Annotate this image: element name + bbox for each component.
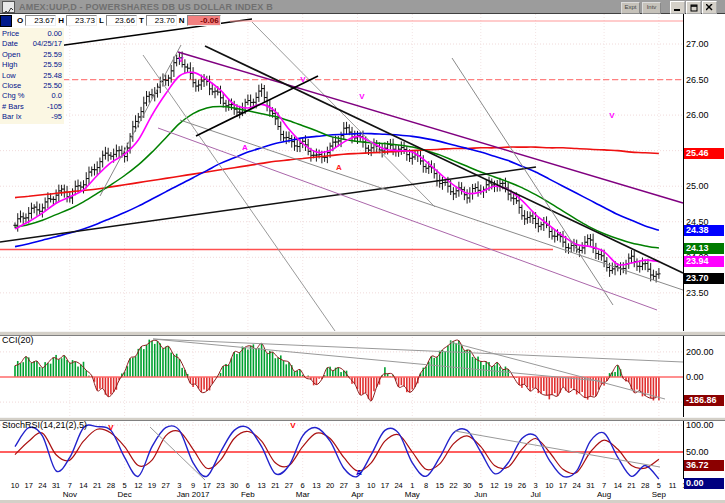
intv-button[interactable]: Intv (642, 2, 661, 14)
expt-button[interactable]: Expt (621, 2, 640, 14)
data-panel-value: 25.59 (43, 60, 62, 70)
axis-badge: 36.72 (684, 460, 724, 471)
axis-badge: 24.13 (684, 243, 724, 254)
data-panel-value: 25.48 (43, 71, 62, 81)
stoch-axis-label: 50.00 (686, 447, 709, 457)
title-bar: AMEX:UUP,D - POWERSHARES DB US DOLLAR IN… (0, 0, 725, 14)
cci-axis-label: 200.00 (686, 347, 714, 357)
panel-separator-2[interactable] (0, 417, 725, 421)
x-axis-month-label: Mar (283, 490, 323, 499)
quote-field-label-L: L (99, 16, 104, 25)
data-panel-label: Low (2, 71, 16, 81)
axis-badge: -186.86 (684, 395, 724, 406)
data-panel-value: 04/25/17 (33, 39, 62, 49)
x-axis-month-label: Feb (228, 490, 268, 499)
ma-line-ma_200 (15, 147, 659, 198)
data-panel-value: 25.50 (43, 81, 62, 91)
cci-histogram (14, 340, 659, 401)
data-panel-row: Date04/25/17 (2, 39, 62, 49)
pivot-marker-V: V (178, 55, 184, 64)
stochrsi-panel-label: StochRSI(14,21(2),5) (2, 420, 87, 430)
pivot-marker-A: A (356, 468, 362, 477)
data-panel-value: 25.59 (43, 50, 62, 60)
panel-separator-1[interactable] (0, 331, 725, 336)
x-axis-month-label: Nov (50, 490, 90, 499)
restore-button[interactable] (686, 1, 701, 14)
data-panel-row: Chg %0.0 (2, 91, 62, 101)
app-icon (2, 1, 15, 13)
price-axis-label: 26.00 (686, 110, 709, 120)
minimize-button[interactable] (670, 1, 685, 14)
x-axis-month-label: Aug (584, 490, 624, 499)
cci-axis-label: 0.00 (686, 372, 704, 382)
axis-badge: 0.00 (684, 478, 724, 489)
data-panel-row: Bar Ix-95 (2, 112, 62, 122)
cci-trendline (153, 339, 683, 362)
price-axis-label: 27.00 (686, 39, 709, 49)
quote-field-label-T: T (139, 16, 144, 25)
price-axis-label: 26.50 (686, 75, 709, 85)
data-panel-label: Bar Ix (2, 112, 22, 122)
date-axis: 1017243171421285121927391723306132127613… (0, 479, 725, 500)
x-axis-month-label: Dec (105, 490, 145, 499)
quote-field-label-O: O (17, 16, 23, 25)
axis-badge: 23.70 (684, 273, 724, 284)
price-axis-label: 23.50 (686, 288, 709, 298)
axis-badge: 23.94 (684, 256, 724, 267)
price-trendline (180, 120, 683, 290)
price-trendline (100, 45, 181, 196)
symbol-color-chip (0, 15, 12, 27)
stochrsi-line-slow (15, 429, 659, 474)
data-panel-value: -105 (47, 102, 62, 112)
chart-canvas[interactable]: VVVVAAVVA (0, 0, 725, 503)
quote-field-value-O: 23.67 (25, 15, 56, 26)
axis-badge: 24.38 (684, 225, 724, 236)
price-axis-label: 25.00 (686, 181, 709, 191)
pivot-marker-V: V (290, 421, 296, 430)
data-readout-panel: Price0.00Date04/25/17Open25.59High25.59L… (0, 28, 64, 124)
pivot-marker-V: V (108, 423, 114, 432)
cci-panel-label: CCI(20) (2, 335, 34, 345)
pivot-marker-V: V (359, 92, 365, 101)
pivot-marker-A: A (242, 143, 248, 152)
data-panel-row: # Bars-105 (2, 102, 62, 112)
quote-field-value-T: 23.70 (146, 15, 177, 26)
stoch-trendline (150, 427, 205, 480)
quote-field-value-N: -0.06 (187, 15, 221, 26)
close-button[interactable] (702, 1, 717, 14)
data-panel-label: Chg % (2, 91, 25, 101)
data-panel-label: Close (2, 81, 21, 91)
x-axis-month-label: Jan 2017 (173, 490, 213, 499)
quote-field-value-H: 23.73 (66, 15, 97, 26)
axis-badge: 25.46 (684, 148, 724, 159)
x-axis-month-label: May (392, 490, 432, 499)
stoch-axis-label: 100.00 (686, 420, 714, 430)
data-panel-label: Date (2, 39, 18, 49)
data-panel-value: 0.0 (52, 91, 62, 101)
pivot-marker-A: A (336, 163, 342, 172)
quote-field-label-H: H (58, 16, 64, 25)
data-panel-row: High25.59 (2, 60, 62, 70)
data-panel-label: High (2, 60, 17, 70)
pivot-marker-V: V (300, 75, 306, 84)
price-trendline (452, 58, 613, 305)
price-trendline (178, 52, 683, 203)
quote-bar: O23.67H23.73L23.66T23.70N-0.06 (0, 14, 221, 27)
chart-window: VVVVAAVVA AMEX:UUP,D - POWERSHARES DB US… (0, 0, 725, 503)
data-panel-label: Open (2, 50, 20, 60)
x-axis-month-label: Apr (338, 490, 378, 499)
data-panel-label: Price (2, 29, 19, 39)
quote-field-value-L: 23.66 (106, 15, 137, 26)
data-panel-row: Price0.00 (2, 29, 62, 39)
x-axis-month-label: Sep (639, 490, 679, 499)
data-panel-value: 0.00 (47, 29, 62, 39)
price-axis: 27.0026.5026.0025.0024.5024.0023.5025.46… (684, 0, 725, 503)
window-bottom-edge (0, 499, 725, 503)
data-panel-row: Open25.59 (2, 50, 62, 60)
quote-field-label-N: N (179, 16, 185, 25)
data-panel-row: Close25.50 (2, 81, 62, 91)
x-axis-month-label: Jun (461, 490, 501, 499)
data-panel-row: Low25.48 (2, 71, 62, 81)
window-title: AMEX:UUP,D - POWERSHARES DB US DOLLAR IN… (19, 2, 273, 12)
price-trendline (252, 22, 435, 207)
